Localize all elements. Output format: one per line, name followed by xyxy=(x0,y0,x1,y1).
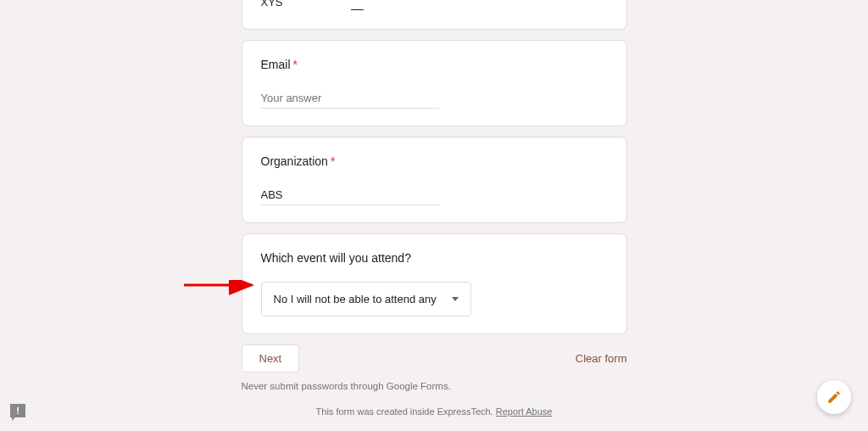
next-button[interactable]: Next xyxy=(242,344,300,372)
pencil-icon xyxy=(826,389,842,405)
chevron-down-icon xyxy=(452,297,459,301)
edit-fab-button[interactable] xyxy=(817,380,851,414)
required-star: * xyxy=(331,154,335,168)
question-card-organization: Organization * xyxy=(242,137,627,223)
feedback-badge[interactable]: ! xyxy=(10,404,25,417)
action-row: Next Clear form xyxy=(242,344,627,372)
name-input[interactable] xyxy=(261,0,439,12)
input-cursor-mark xyxy=(351,9,364,10)
email-label: Email xyxy=(261,58,291,71)
organization-input[interactable] xyxy=(261,185,439,205)
event-dropdown[interactable]: No I will not be able to attend any xyxy=(261,282,471,316)
password-warning: Never submit passwords through Google Fo… xyxy=(242,381,627,391)
question-card-name xyxy=(242,0,627,30)
question-card-email: Email * xyxy=(242,40,627,126)
question-card-event: Which event will you attend? No I will n… xyxy=(242,233,627,334)
event-label: Which event will you attend? xyxy=(261,251,411,265)
footer-created-text: This form was created inside ExpressTech… xyxy=(242,406,627,417)
clear-form-link[interactable]: Clear form xyxy=(576,352,627,365)
event-dropdown-value: No I will not be able to attend any xyxy=(274,293,437,305)
organization-label: Organization xyxy=(261,154,328,168)
required-star: * xyxy=(293,58,298,71)
report-abuse-link[interactable]: Report Abuse xyxy=(496,406,553,417)
email-input[interactable] xyxy=(261,88,439,109)
